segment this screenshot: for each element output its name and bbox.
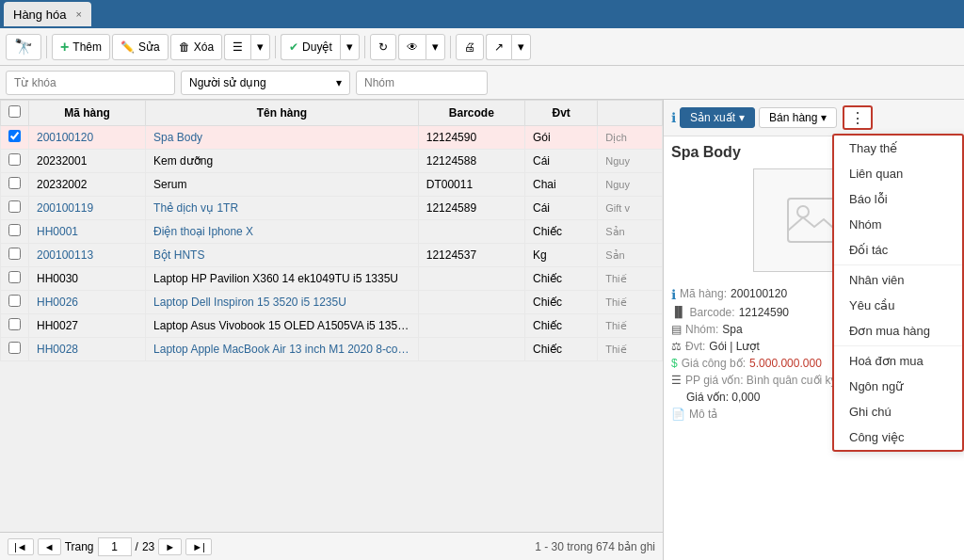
row-checkbox[interactable] — [8, 342, 21, 354]
eye-arrow-btn[interactable]: ▾ — [426, 34, 445, 60]
dropdown-item[interactable]: Ngôn ngữ — [834, 374, 962, 399]
dropdown-item[interactable]: Đối tác — [834, 237, 962, 263]
row-checkbox[interactable] — [8, 295, 21, 307]
page-sep: / — [136, 540, 138, 553]
delete-button[interactable]: 🗑 Xóa — [170, 34, 222, 60]
main-tab[interactable]: Hàng hóa × — [4, 2, 91, 26]
menu-icon: ☰ — [233, 40, 243, 54]
eye-main-btn[interactable]: 👁 — [398, 34, 426, 60]
refresh-button[interactable]: ↻ — [370, 34, 396, 60]
table-row[interactable]: HH0026 Laptop Dell Inspiron 15 3520 i5 1… — [1, 291, 663, 314]
row-checkbox[interactable] — [8, 224, 21, 236]
tab-sales[interactable]: Bán hàng ▾ — [759, 107, 837, 128]
product-table: Mã hàng Tên hàng Barcode Đvt 200100120 S… — [0, 100, 663, 361]
row-checkbox[interactable] — [8, 130, 21, 142]
dropdown-item[interactable]: Công việc — [834, 424, 962, 450]
col-ten-hang[interactable]: Tên hàng — [146, 101, 419, 126]
table-row[interactable]: HH0027 Laptop Asus Vivobook 15 OLED A150… — [1, 314, 663, 338]
page-next-btn[interactable]: ► — [158, 538, 182, 555]
row-dvt: Cái — [525, 150, 598, 173]
row-barcode — [418, 267, 524, 291]
menu-main-btn[interactable]: ☰ — [224, 34, 250, 60]
tab-close-btn[interactable]: × — [75, 8, 81, 20]
page-prev-btn[interactable]: ◄ — [38, 538, 61, 555]
row-ten-hang: Serum — [146, 173, 419, 197]
keyword-input[interactable] — [6, 71, 175, 95]
print-button[interactable]: 🖨 — [456, 34, 484, 60]
group-input[interactable] — [356, 71, 488, 95]
row-dvt: Chiếc — [525, 291, 598, 314]
row-checkbox-cell[interactable] — [1, 314, 29, 338]
table-row[interactable]: HH0001 Điện thoại Iphone X Chiếc Sản — [1, 220, 663, 244]
row-checkbox-cell[interactable] — [1, 220, 29, 244]
row-ten-hang: Thẻ dịch vụ 1TR — [146, 197, 419, 220]
share-main-btn[interactable]: ↗ — [486, 34, 511, 60]
menu-arrow-btn[interactable]: ▾ — [250, 34, 270, 60]
row-checkbox-cell[interactable] — [1, 244, 29, 267]
row-checkbox-cell[interactable] — [1, 173, 29, 197]
table-row[interactable]: 200100119 Thẻ dịch vụ 1TR 12124589 Cái G… — [1, 197, 663, 220]
row-checkbox[interactable] — [8, 318, 21, 330]
approve-main-btn[interactable]: ✔ Duyệt — [281, 34, 340, 60]
row-ten-hang: Bột HNTS — [146, 244, 419, 267]
dropdown-item[interactable]: Nhóm — [834, 212, 962, 237]
row-checkbox[interactable] — [8, 200, 21, 213]
refresh-icon: ↻ — [378, 40, 388, 54]
binoculars-btn[interactable]: 🔭 — [6, 34, 41, 60]
dropdown-item[interactable]: Báo lỗi — [834, 186, 962, 212]
col-barcode[interactable]: Barcode — [418, 101, 524, 126]
page-first-btn[interactable]: |◄ — [8, 538, 34, 555]
row-checkbox-cell[interactable] — [1, 126, 29, 150]
share-arrow-btn[interactable]: ▾ — [511, 34, 531, 60]
dropdown-item[interactable]: Liên quan — [834, 161, 962, 186]
select-all-header[interactable] — [1, 101, 29, 126]
tab-sales-arrow: ▾ — [821, 111, 827, 124]
row-ten-hang: Kem dưỡng — [146, 150, 419, 173]
row-checkbox-cell[interactable] — [1, 197, 29, 220]
row-checkbox[interactable] — [8, 177, 21, 189]
dropdown-item[interactable]: Thay thế — [834, 136, 962, 161]
table-row[interactable]: HH0028 Laptop Apple MacBook Air 13 inch … — [1, 338, 663, 361]
page-last-btn[interactable]: ►| — [185, 538, 212, 555]
page-number-input[interactable] — [98, 537, 132, 556]
dropdown-item[interactable]: Hoá đơn mua — [834, 348, 962, 374]
edit-button[interactable]: ✏️ Sửa — [112, 34, 169, 60]
approve-arrow-btn[interactable]: ▾ — [340, 34, 360, 60]
user-select[interactable]: Người sử dụng ▾ — [181, 71, 350, 95]
row-ma-hang: 200100119 — [29, 197, 146, 220]
table-row[interactable]: 20232001 Kem dưỡng 12124588 Cái Nguy — [1, 150, 663, 173]
row-checkbox[interactable] — [8, 153, 21, 166]
dropdown-item[interactable]: Ghi chú — [834, 399, 962, 424]
row-dvt: Chiếc — [525, 314, 598, 338]
row-checkbox-cell[interactable] — [1, 291, 29, 314]
add-icon: + — [60, 39, 69, 56]
eye-btn-group: 👁 ▾ — [398, 34, 445, 60]
dropdown-item[interactable]: Đơn mua hàng — [834, 318, 962, 344]
dropdown-item[interactable]: Yêu cầu — [834, 293, 962, 318]
row-ma-hang: HH0028 — [29, 338, 146, 361]
add-button[interactable]: + Thêm — [52, 34, 110, 60]
row-checkbox-cell[interactable] — [1, 150, 29, 173]
tab-manufacture[interactable]: Sản xuất ▾ — [680, 107, 755, 128]
row-extra: Thiế — [598, 267, 663, 291]
table-row[interactable]: 200100113 Bột HNTS 12124537 Kg Sản — [1, 244, 663, 267]
more-options-btn[interactable]: ⋮ — [843, 105, 873, 130]
approve-icon: ✔ — [289, 40, 298, 54]
row-checkbox-cell[interactable] — [1, 338, 29, 361]
table-row[interactable]: 200100120 Spa Body 12124590 Gói Dịch — [1, 126, 663, 150]
row-dvt: Chiếc — [525, 338, 598, 361]
select-all-checkbox[interactable] — [8, 105, 21, 118]
col-ma-hang[interactable]: Mã hàng — [29, 101, 146, 126]
table-row[interactable]: HH0030 Laptop HP Pavilion X360 14 ek1049… — [1, 267, 663, 291]
col-dvt[interactable]: Đvt — [525, 101, 598, 126]
row-ten-hang: Laptop Dell Inspiron 15 3520 i5 1235U — [146, 291, 419, 314]
table-row[interactable]: 20232002 Serum DT00011 Chai Nguy — [1, 173, 663, 197]
row-checkbox[interactable] — [8, 248, 21, 260]
delete-icon: 🗑 — [179, 40, 190, 54]
row-ma-hang: HH0026 — [29, 291, 146, 314]
row-checkbox[interactable] — [8, 271, 21, 283]
sep4 — [450, 36, 451, 58]
dropdown-item[interactable]: Nhân viên — [834, 267, 962, 293]
row-ma-hang: 200100113 — [29, 244, 146, 267]
row-checkbox-cell[interactable] — [1, 267, 29, 291]
